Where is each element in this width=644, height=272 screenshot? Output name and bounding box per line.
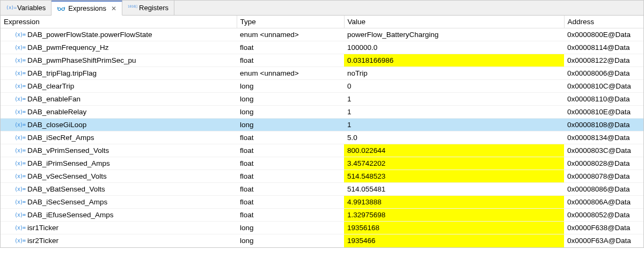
expression-name: DAB_pwmPhaseShiftPrimSec_pu (27, 56, 136, 64)
tab-label: Variables (17, 4, 46, 12)
cell-expression: (x)=DAB_iEfuseSensed_Amps (1, 209, 237, 222)
cell-type: long (237, 106, 344, 119)
cell-expression: (x)=DAB_pwmFrequency_Hz (1, 41, 237, 54)
cell-type: float (237, 170, 344, 183)
table-row[interactable]: (x)=isr2Tickerlong19354660x0000F63A@Data (1, 234, 643, 247)
tab-registers[interactable]: Registers (122, 1, 174, 15)
table-row[interactable]: (x)=DAB_clearTriplong00x0000810C@Data (1, 80, 643, 93)
header-address[interactable]: Address (564, 16, 643, 28)
cell-value[interactable]: 19356168 (344, 222, 564, 234)
cell-value[interactable]: 0.0318166986 (344, 54, 564, 67)
variable-icon: (x)= (16, 95, 24, 103)
cell-expression: (x)=DAB_closeGiLoop (1, 119, 237, 131)
cell-type: float (237, 183, 344, 196)
tab-bar: Variables Expressions ✕ Registers (1, 1, 643, 16)
cell-expression: (x)=DAB_vBatSensed_Volts (1, 183, 237, 196)
cell-expression: (x)=DAB_enableFan (1, 93, 237, 106)
header-expression[interactable]: Expression (1, 16, 237, 28)
cell-address: 0x00008028@Data (564, 157, 643, 170)
table-row[interactable]: (x)=DAB_closeGiLooplong10x00008108@Data (1, 119, 643, 131)
cell-expression: (x)=DAB_iSecSensed_Amps (1, 196, 237, 209)
cell-address: 0x00008086@Data (564, 183, 643, 196)
expression-name: DAB_iSecSensed_Amps (27, 198, 107, 206)
cell-address: 0x0000800E@Data (564, 28, 643, 41)
table-row[interactable]: (x)=isr1Tickerlong193561680x0000F638@Dat… (1, 222, 643, 234)
cell-expression: (x)=DAB_vSecSensed_Volts (1, 170, 237, 183)
cell-value[interactable]: 1935466 (344, 234, 564, 247)
table-row[interactable]: (x)=DAB_tripFlag.tripFlagenum <unnamed>n… (1, 67, 643, 80)
table-row[interactable]: (x)=DAB_enableFanlong10x00008110@Data (1, 93, 643, 106)
expression-name: DAB_pwmFrequency_Hz (27, 43, 109, 52)
header-value[interactable]: Value (344, 16, 564, 28)
cell-value[interactable]: 3.45742202 (344, 157, 564, 170)
close-icon[interactable]: ✕ (111, 5, 116, 12)
header-type[interactable]: Type (237, 16, 344, 28)
cell-address: 0x0000806A@Data (564, 196, 643, 209)
cell-type: float (237, 157, 344, 170)
cell-value[interactable]: noTrip (344, 67, 564, 80)
expression-name: DAB_vBatSensed_Volts (27, 185, 105, 193)
table-row[interactable]: (x)=DAB_iEfuseSensed_Ampsfloat1.32975698… (1, 209, 643, 222)
cell-address: 0x00008122@Data (564, 54, 643, 67)
variable-icon: (x)= (16, 57, 24, 64)
cell-type: long (237, 93, 344, 106)
cell-expression: (x)=DAB_enableRelay (1, 106, 237, 119)
cell-value[interactable]: 800.022644 (344, 144, 564, 157)
cell-expression: (x)=isr1Ticker (1, 222, 237, 234)
cell-address: 0x00008078@Data (564, 170, 643, 183)
table-row[interactable]: (x)=DAB_vSecSensed_Voltsfloat514.5485230… (1, 170, 643, 183)
table-row[interactable]: (x)=DAB_iSecSensed_Ampsfloat4.99138880x0… (1, 196, 643, 209)
cell-value[interactable]: 1 (344, 106, 564, 119)
cell-value[interactable]: 1 (344, 119, 564, 131)
cell-address: 0x0000810E@Data (564, 106, 643, 119)
expressions-table: Expression Type Value Address (x)=DAB_po… (1, 16, 643, 247)
cell-value[interactable]: 5.0 (344, 131, 564, 144)
table-row[interactable]: (x)=DAB_pwmPhaseShiftPrimSec_pufloat0.03… (1, 54, 643, 67)
registers-icon (128, 4, 136, 12)
expression-name: DAB_iPrimSensed_Amps (27, 159, 110, 167)
cell-address: 0x00008134@Data (564, 131, 643, 144)
variable-icon: (x)= (16, 147, 24, 155)
svg-point-0 (58, 8, 61, 10)
table-row[interactable]: (x)=DAB_iSecRef_Ampsfloat5.00x00008134@D… (1, 131, 643, 144)
expression-name: DAB_enableFan (27, 95, 80, 103)
table-row[interactable]: (x)=DAB_vPrimSensed_Voltsfloat800.022644… (1, 144, 643, 157)
variable-icon: (x)= (16, 70, 24, 77)
tab-variables[interactable]: Variables (1, 1, 52, 15)
cell-value[interactable]: powerFlow_BatteryCharging (344, 28, 564, 41)
expression-name: DAB_closeGiLoop (27, 121, 86, 129)
cell-value[interactable]: 1 (344, 93, 564, 106)
expression-name: DAB_vSecSensed_Volts (27, 172, 107, 180)
table-row[interactable]: (x)=DAB_enableRelaylong10x0000810E@Data (1, 106, 643, 119)
cell-expression: (x)=DAB_clearTrip (1, 80, 237, 93)
tab-label: Registers (139, 4, 169, 12)
cell-address: 0x0000810C@Data (564, 80, 643, 93)
expression-name: DAB_tripFlag.tripFlag (27, 69, 97, 77)
tab-expressions[interactable]: Expressions ✕ (52, 1, 122, 16)
debug-view: Variables Expressions ✕ Registers (0, 0, 644, 248)
tab-label: Expressions (68, 4, 106, 12)
cell-address: 0x00008108@Data (564, 119, 643, 131)
cell-expression: (x)=DAB_powerFlowState.powerFlowState (1, 28, 237, 41)
table-row[interactable]: (x)=DAB_pwmFrequency_Hzfloat100000.00x00… (1, 41, 643, 54)
table-row[interactable]: (x)=DAB_iPrimSensed_Ampsfloat3.457422020… (1, 157, 643, 170)
cell-type: enum <unnamed> (237, 28, 344, 41)
variable-icon: (x)= (16, 186, 24, 193)
cell-type: float (237, 54, 344, 67)
table-row[interactable]: (x)=DAB_vBatSensed_Voltsfloat514.0554810… (1, 183, 643, 196)
cell-type: long (237, 80, 344, 93)
cell-value[interactable]: 1.32975698 (344, 209, 564, 222)
table-row[interactable]: (x)=DAB_powerFlowState.powerFlowStateenu… (1, 28, 643, 41)
cell-address: 0x00008006@Data (564, 67, 643, 80)
cell-value[interactable]: 100000.0 (344, 41, 564, 54)
cell-value[interactable]: 514.548523 (344, 170, 564, 183)
cell-address: 0x00008114@Data (564, 41, 643, 54)
cell-expression: (x)=DAB_vPrimSensed_Volts (1, 144, 237, 157)
expression-name: DAB_vPrimSensed_Volts (27, 146, 109, 155)
cell-address: 0x00008110@Data (564, 93, 643, 106)
variable-icon: (x)= (16, 211, 24, 219)
expression-name: DAB_enableRelay (27, 108, 86, 116)
cell-value[interactable]: 4.9913888 (344, 196, 564, 209)
cell-value[interactable]: 514.055481 (344, 183, 564, 196)
cell-value[interactable]: 0 (344, 80, 564, 93)
